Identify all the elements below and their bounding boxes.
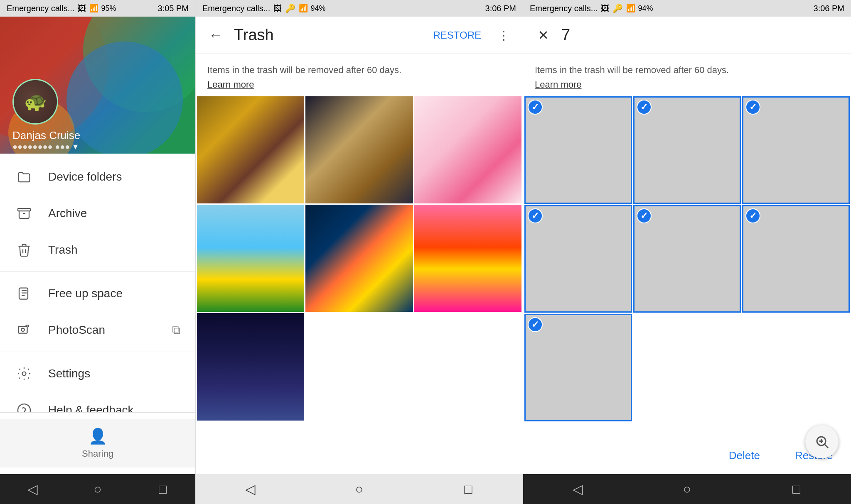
archive-icon — [15, 204, 33, 223]
photoscan-label: PhotoScan — [48, 323, 105, 337]
free-space-icon — [15, 284, 33, 303]
help-icon — [15, 401, 33, 412]
archive-label: Archive — [48, 207, 87, 220]
svg-rect-5 — [19, 288, 28, 299]
back-nav-btn-1[interactable]: ◁ — [20, 477, 45, 502]
device-folders-label: Device folders — [48, 170, 122, 183]
dropdown-arrow-icon[interactable]: ▾ — [73, 141, 78, 152]
status-bar-3: Emergency calls... 🖼 🔑 📶 94% 3:06 PM — [523, 0, 851, 17]
emergency-text-1: Emergency calls... — [7, 4, 74, 13]
more-button[interactable]: ⋮ — [493, 24, 514, 46]
sidebar-item-settings[interactable]: Settings — [0, 355, 195, 392]
photo-item-5[interactable] — [305, 205, 413, 312]
status-icon-image-3: 🖼 — [601, 4, 609, 13]
wifi-icon-2: 📶 — [299, 4, 308, 13]
status-icon-image-2: 🖼 — [273, 4, 282, 13]
sidebar-bottom: 👤 Sharing — [0, 412, 195, 474]
time-2: 3:06 PM — [485, 4, 516, 13]
check-mark-4: ✓ — [528, 208, 543, 223]
selected-photo-6[interactable]: ✓ — [742, 205, 850, 313]
sidebar-header: 🐢 Danjas Cruise ●●●●●●●● ●●● ▾ — [0, 17, 195, 154]
recents-nav-btn-1[interactable]: □ — [150, 477, 175, 502]
svg-point-2 — [66, 42, 183, 154]
status-icons-3: 📶 94% — [626, 4, 653, 13]
zoom-fab-button[interactable] — [805, 425, 839, 458]
trash-page-title: Trash — [234, 26, 421, 44]
home-nav-btn-1[interactable]: ○ — [85, 477, 110, 502]
svg-line-11 — [825, 445, 828, 448]
selection-photo-grid: ✓ ✓ ✓ ✓ ✓ ✓ ✓ — [523, 95, 851, 437]
learn-more-link-2[interactable]: Learn more — [207, 79, 511, 90]
external-link-icon: ⧉ — [172, 323, 180, 337]
more-icon: ⋮ — [497, 28, 510, 42]
recents-nav-btn-3[interactable]: □ — [784, 477, 809, 502]
photo-item-2[interactable] — [305, 96, 413, 203]
recents-nav-btn-2[interactable]: □ — [456, 477, 481, 502]
battery-2: 94% — [310, 4, 325, 13]
selected-photo-1[interactable]: ✓ — [524, 96, 632, 204]
battery-1: 95% — [101, 4, 116, 13]
svg-point-8 — [22, 372, 26, 376]
check-mark-1: ✓ — [528, 100, 543, 115]
bottom-nav-2: ◁ ○ □ — [196, 474, 523, 504]
home-nav-btn-2[interactable]: ○ — [347, 477, 371, 502]
selection-info-bar: Items in the trash will be removed after… — [523, 54, 851, 95]
photo-item-6[interactable] — [414, 205, 521, 312]
sidebar-item-help[interactable]: Help & feedback — [0, 392, 195, 412]
selection-info-text: Items in the trash will be removed after… — [535, 65, 729, 75]
trash-toolbar: ← Trash RESTORE ⋮ — [196, 17, 523, 54]
time-3: 3:06 PM — [814, 4, 844, 13]
bottom-nav-1: ◁ ○ □ — [0, 474, 195, 504]
delete-button[interactable]: Delete — [724, 446, 765, 465]
back-arrow-icon: ← — [209, 27, 223, 43]
nav-divider-2 — [0, 352, 195, 352]
sharing-label: Sharing — [82, 448, 113, 459]
restore-button[interactable]: RESTORE — [428, 26, 486, 44]
emergency-text-2: Emergency calls... — [202, 4, 270, 13]
svg-rect-4 — [18, 208, 30, 211]
help-label: Help & feedback — [48, 404, 133, 412]
key-icon-3: 🔑 — [612, 3, 623, 13]
home-nav-btn-3[interactable]: ○ — [675, 477, 700, 502]
status-icons-2: 📶 94% — [299, 4, 325, 13]
sidebar-nav: Device folders Archive Tr — [0, 154, 195, 412]
sidebar-item-device-folders[interactable]: Device folders — [0, 159, 195, 195]
sidebar-item-trash[interactable]: Trash — [0, 232, 195, 268]
photo-item-7[interactable] — [197, 313, 304, 420]
learn-more-link-3[interactable]: Learn more — [535, 79, 839, 90]
sidebar-panel: Emergency calls... 🖼 📶 95% 3:05 PM 🐢 Dan… — [0, 0, 195, 504]
check-mark-7: ✓ — [528, 317, 543, 332]
nav-divider-1 — [0, 272, 195, 272]
back-nav-btn-2[interactable]: ◁ — [238, 477, 263, 502]
sidebar-item-archive[interactable]: Archive — [0, 195, 195, 232]
selected-photo-5[interactable]: ✓ — [633, 205, 741, 313]
settings-label: Settings — [48, 367, 90, 380]
user-name: Danjas Cruise — [12, 129, 80, 142]
wifi-icon: 📶 — [89, 4, 98, 13]
back-nav-btn-3[interactable]: ◁ — [566, 477, 590, 502]
check-mark-2: ✓ — [637, 100, 652, 115]
sharing-button[interactable]: 👤 Sharing — [0, 419, 195, 467]
status-bar-1: Emergency calls... 🖼 📶 95% 3:05 PM — [0, 0, 195, 17]
check-mark-3: ✓ — [745, 100, 760, 115]
selected-photo-3[interactable]: ✓ — [742, 96, 850, 204]
back-button[interactable]: ← — [204, 24, 227, 47]
sidebar-item-free-up-space[interactable]: Free up space — [0, 275, 195, 312]
sidebar-item-photoscan[interactable]: PhotoScan ⧉ — [0, 312, 195, 348]
settings-icon — [15, 365, 33, 383]
selected-photo-4[interactable]: ✓ — [524, 205, 632, 313]
bottom-nav-3: ◁ ○ □ — [523, 474, 851, 504]
free-up-space-label: Free up space — [48, 287, 123, 300]
user-email: ●●●●●●●● ●●● ▾ — [12, 141, 78, 152]
selected-photo-7[interactable]: ✓ — [524, 314, 632, 421]
check-mark-5: ✓ — [637, 208, 652, 223]
photo-item-1[interactable] — [197, 96, 304, 203]
svg-point-7 — [21, 328, 25, 332]
selection-action-bar: Delete Restore — [523, 437, 851, 474]
close-button[interactable]: ✕ — [531, 24, 555, 47]
status-bar-2: Emergency calls... 🖼 🔑 📶 94% 3:06 PM — [196, 0, 523, 17]
selected-photo-2[interactable]: ✓ — [633, 96, 741, 204]
photo-item-4[interactable] — [197, 205, 304, 312]
photo-item-3[interactable] — [414, 96, 521, 203]
trash-photo-grid — [196, 95, 523, 474]
